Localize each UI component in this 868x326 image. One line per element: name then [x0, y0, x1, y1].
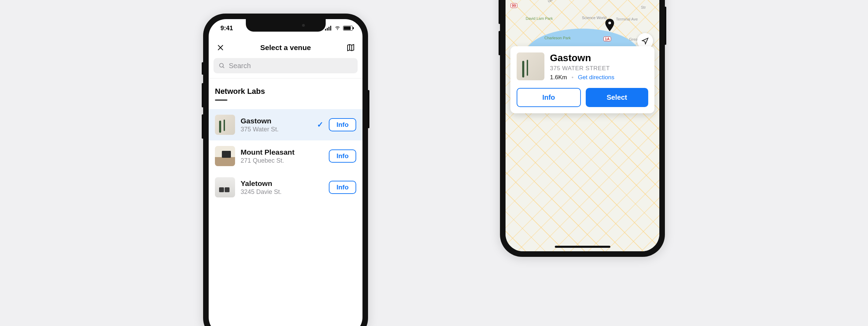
venue-list: Gastown 375 Water St. ✓ Info Mount Pleas… — [209, 109, 362, 203]
phone-map-screen: W Pender St Canada Place Robson St Dav S… — [500, 0, 665, 257]
venue-address: 375 WATER STREET — [550, 65, 614, 72]
venue-row[interactable]: Yaletown 3245 Davie St. Info — [209, 172, 362, 203]
venue-name: Gastown — [241, 117, 311, 125]
venue-thumbnail — [517, 52, 544, 80]
map-label: 99 — [510, 3, 517, 8]
venue-name: Yaletown — [241, 179, 323, 188]
map-label: Nelson St — [547, 0, 562, 3]
close-icon[interactable] — [215, 42, 226, 53]
search-placeholder: Search — [229, 62, 251, 70]
side-button — [368, 90, 369, 128]
venue-distance: 1.6Km — [550, 74, 567, 81]
wifi-icon — [334, 25, 341, 31]
pin-icon[interactable] — [604, 19, 615, 31]
venue-row[interactable]: Mount Pleasant 271 Quebec St. Info — [209, 140, 362, 172]
venue-thumbnail — [215, 146, 235, 166]
map-label: David Lam Park — [526, 16, 553, 21]
phone-notch — [246, 19, 326, 32]
battery-icon — [343, 26, 353, 31]
get-directions-link[interactable]: Get directions — [578, 74, 615, 81]
venue-card: Gastown 375 WATER STREET 1.6Km • Get dir… — [510, 46, 654, 113]
venue-thumbnail — [215, 115, 235, 135]
search-icon — [218, 62, 225, 69]
map-view[interactable]: W Pender St Canada Place Robson St Dav S… — [506, 0, 659, 251]
map-label: Science World — [582, 16, 607, 20]
check-icon: ✓ — [317, 120, 323, 129]
map-icon[interactable] — [345, 42, 356, 53]
map-label: Str — [641, 5, 646, 9]
map-label: 1A — [603, 36, 611, 41]
venue-address: 3245 Davie St. — [241, 188, 323, 196]
side-button — [665, 7, 666, 45]
map-label: Charleson Park — [544, 36, 571, 40]
search-input[interactable]: Search — [214, 58, 358, 73]
info-button[interactable]: Info — [329, 149, 356, 163]
info-button[interactable]: Info — [517, 88, 581, 107]
venue-name: Gastown — [550, 52, 614, 64]
side-button — [202, 62, 203, 75]
venue-name: Mount Pleasant — [241, 148, 323, 156]
separator: • — [571, 74, 574, 81]
phone-list-screen: 9:41 Select a venue Search Network Labs — [203, 14, 368, 326]
venue-address: 375 Water St. — [241, 126, 311, 133]
venue-thumbnail — [215, 177, 235, 197]
venue-address: 271 Quebec St. — [241, 157, 323, 164]
venue-row[interactable]: Gastown 375 Water St. ✓ Info — [209, 109, 362, 140]
nav-bar: Select a venue — [209, 37, 362, 58]
side-button — [202, 114, 203, 139]
page-title: Select a venue — [260, 43, 311, 52]
map-label: Terminal Ave — [616, 17, 638, 21]
side-button — [499, 0, 500, 24]
section-title: Network Labs — [209, 79, 362, 99]
info-button[interactable]: Info — [329, 181, 356, 194]
select-button[interactable]: Select — [586, 88, 649, 107]
home-indicator — [555, 246, 610, 248]
status-time: 9:41 — [220, 25, 233, 32]
side-button — [202, 83, 203, 107]
info-button[interactable]: Info — [329, 118, 356, 131]
svg-point-1 — [219, 63, 223, 67]
svg-point-0 — [337, 30, 338, 30]
svg-point-4 — [608, 22, 611, 24]
side-button — [499, 31, 500, 55]
signal-icon — [325, 26, 332, 31]
